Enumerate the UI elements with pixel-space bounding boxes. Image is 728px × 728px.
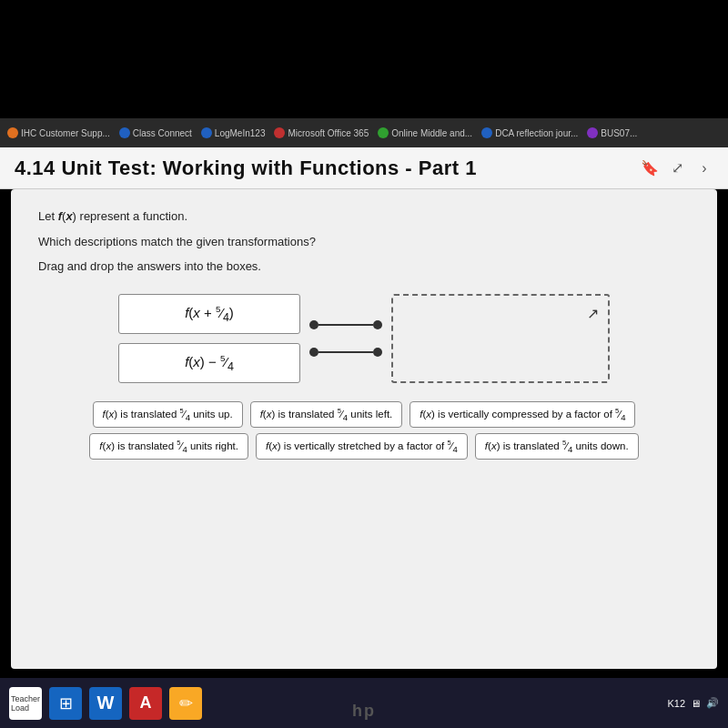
connector-line-2 xyxy=(309,348,382,357)
tab-item[interactable]: Microsoft Office 365 xyxy=(274,127,369,138)
drop-zone-area: ↗ xyxy=(391,294,610,383)
drop-zone-combined[interactable]: ↗ xyxy=(391,294,610,383)
function-box-2[interactable]: f(x) − 5⁄4 xyxy=(118,343,300,383)
taskbar-icon-word[interactable]: W xyxy=(89,687,122,720)
answer-chip-2[interactable]: f(x) is translated 5⁄4 units left. xyxy=(250,401,403,428)
page-title: 4.14 Unit Test: Working with Functions -… xyxy=(15,157,477,180)
browser-toolbar: IHC Customer Supp... Class Connect LogMe… xyxy=(0,118,728,147)
main-content: Let f(x) represent a function. Which des… xyxy=(11,189,717,669)
answer-choices: f(x) is translated 5⁄4 units up. f(x) is… xyxy=(38,401,690,460)
answer-chip-5[interactable]: f(x) is vertically stretched by a factor… xyxy=(256,433,468,460)
function-label-2: f(x) − 5⁄4 xyxy=(185,353,234,373)
drag-drop-area: f(x + 5⁄4) f(x) − 5⁄4 xyxy=(38,294,690,383)
page-title-bar: 4.14 Unit Test: Working with Functions -… xyxy=(0,147,728,189)
tab-item[interactable]: IHC Customer Supp... xyxy=(7,127,110,138)
tab-item[interactable]: Class Connect xyxy=(119,127,192,138)
answer-row-1: f(x) is translated 5⁄4 units up. f(x) is… xyxy=(38,401,690,428)
function-box-1[interactable]: f(x + 5⁄4) xyxy=(118,294,300,334)
answer-chip-4[interactable]: f(x) is translated 5⁄4 units right. xyxy=(89,433,248,460)
taskbar-icon-windows[interactable]: ⊞ xyxy=(49,687,82,720)
chevron-right-icon[interactable]: › xyxy=(695,159,713,177)
taskbar-icon-pen[interactable]: ✏ xyxy=(169,687,202,720)
connector-dot-3 xyxy=(309,348,318,357)
answer-chip-1[interactable]: f(x) is translated 5⁄4 units up. xyxy=(93,401,243,428)
instruction-line3: Drag and drop the answers into the boxes… xyxy=(38,258,690,276)
taskbar-volume-icon: 🔊 xyxy=(706,697,719,709)
connector-dot-4 xyxy=(373,348,382,357)
answer-chip-6[interactable]: f(x) is translated 5⁄4 units down. xyxy=(475,433,639,460)
connector-bar-1 xyxy=(318,324,373,326)
connector-area xyxy=(309,320,382,357)
connector-bar-2 xyxy=(318,351,373,353)
tab-item[interactable]: LogMeIn123 xyxy=(201,127,266,138)
answer-row-2: f(x) is translated 5⁄4 units right. f(x)… xyxy=(38,433,690,460)
function-label-1: f(x + 5⁄4) xyxy=(185,304,234,324)
cursor-icon: ↗ xyxy=(587,305,599,322)
taskbar-icon-adobe[interactable]: A xyxy=(129,687,162,720)
tab-item[interactable]: BUS07... xyxy=(587,127,637,138)
connector-line-1 xyxy=(309,320,382,329)
taskbar-icon-teacher[interactable]: TeacherLoad xyxy=(9,687,42,720)
bookmark-icon[interactable]: 🔖 xyxy=(641,159,659,177)
tab-item[interactable]: Online Middle and... xyxy=(378,127,472,138)
tab-item[interactable]: DCA reflection jour... xyxy=(481,127,578,138)
instruction-line1: Let f(x) represent a function. xyxy=(38,207,690,226)
connector-dot-2 xyxy=(373,320,382,329)
expand-icon[interactable]: ⤢ xyxy=(668,159,686,177)
answer-chip-3[interactable]: f(x) is vertically compressed by a facto… xyxy=(410,401,635,428)
title-icons: 🔖 ⤢ › xyxy=(641,159,713,177)
taskbar-monitor-icon: 🖥 xyxy=(691,698,701,709)
hp-logo: hp xyxy=(352,702,376,721)
function-boxes: f(x + 5⁄4) f(x) − 5⁄4 xyxy=(118,294,300,383)
connector-dot-1 xyxy=(309,320,318,329)
taskbar-k12: K12 xyxy=(667,698,685,709)
taskbar-right: K12 🖥 🔊 xyxy=(667,697,719,709)
instruction-line2: Which descriptions match the given trans… xyxy=(38,233,690,251)
